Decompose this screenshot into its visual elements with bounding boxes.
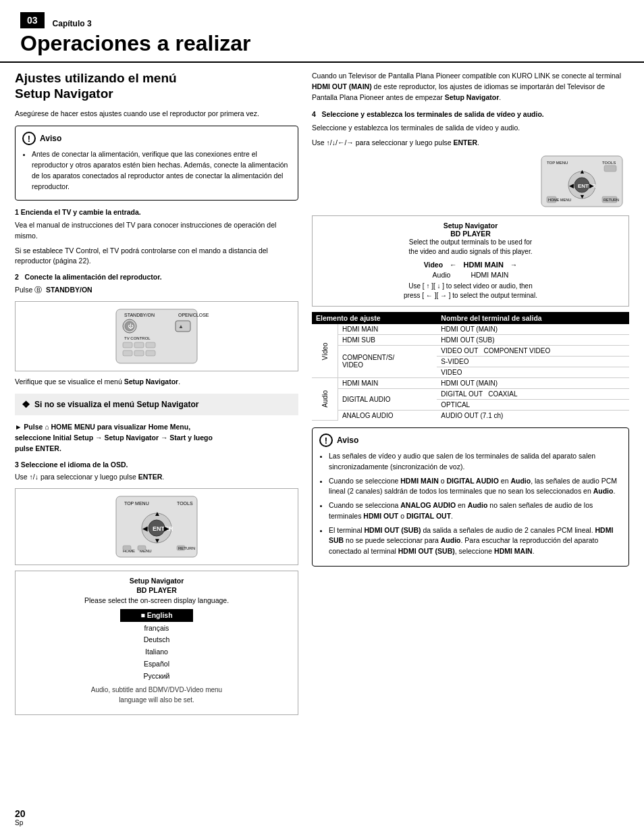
step1-heading: 1 Encienda el TV y cambie la entrada. [15, 207, 298, 218]
svg-rect-10 [134, 342, 144, 348]
remote-right-wrapper: TOP MENU TOOLS ENTER ▲ ▼ ◀ ▶ HOME MENU R… [312, 153, 629, 210]
svg-text:▶: ▶ [589, 182, 594, 189]
step4-use: Use ↑/↓/←/→ para seleccionar y luego pul… [312, 138, 629, 149]
svg-text:◀: ◀ [142, 525, 148, 532]
svg-rect-14 [146, 350, 155, 356]
output-table: Elemento de ajuste Nombre del terminal d… [312, 312, 629, 421]
aviso-left-list: Antes de conectar la alimentación, verif… [22, 149, 291, 192]
component-item: COMPONENT/S/VIDEO [338, 345, 437, 377]
coaxial-terminal: DIGITAL OUT COAXIAL [437, 388, 629, 399]
screen1-title: Setup Navigator [22, 577, 291, 585]
svg-rect-11 [146, 342, 155, 348]
special-section: ❖ Si no se visualiza el menú Setup Navig… [15, 394, 298, 415]
aviso-right-icon: ! [319, 434, 333, 447]
language-list: ■ English français Deutsch Italiano Espa… [22, 609, 291, 682]
svg-text:▲: ▲ [154, 510, 161, 517]
remote-drawing-2: TOP MENU TOOLS ENTER ▲ ▼ ◀ ▶ HOME MENU [20, 493, 294, 560]
screen2-box: Setup Navigator BD PLAYER Select the out… [312, 215, 629, 307]
step1-text: Vea el manual de instrucciones del TV pa… [15, 220, 298, 242]
page-footer: 20 Sp [15, 808, 26, 826]
svg-text:HOME MENU: HOME MENU [548, 198, 571, 202]
screen2-use-note: Use [ ↑ ][ ↓ ] to select video or audio,… [318, 282, 623, 300]
svg-rect-12 [123, 350, 132, 356]
svideo-terminal: S-VIDEO [437, 356, 629, 367]
screen2-audio-row: Audio HDMI MAIN [318, 271, 623, 279]
svg-rect-13 [134, 350, 144, 356]
remote-drawing: STANDBY/ON OPEN/CLOSE ⏻ ▲ TV CONTROL [20, 306, 294, 367]
svg-text:STANDBY/ON: STANDBY/ON [124, 313, 155, 317]
remote-svg-right: TOP MENU TOOLS ENTER ▲ ▼ ◀ ▶ HOME MENU R… [535, 153, 629, 210]
aviso-right-item-3: Cuando se selecciona ANALOG AUDIO en Aud… [329, 500, 622, 522]
video-terminal: VIDEO [437, 367, 629, 377]
chapter-header: 03 Capítulo 3 [0, 0, 644, 31]
chapter-label: Capítulo 3 [53, 19, 92, 28]
arrow-right-sym: → [510, 261, 518, 269]
aviso-right-box: ! Aviso Las señales de vídeo y audio que… [312, 427, 629, 567]
svg-text:OPEN/CLOSE: OPEN/CLOSE [178, 313, 209, 317]
table-row: HDMI SUB HDMI OUT (SUB) [312, 334, 629, 345]
table-row: DIGITAL AUDIO DIGITAL OUT COAXIAL [312, 388, 629, 399]
svg-text:⏻: ⏻ [128, 323, 134, 330]
step3-text: Use ↑/↓ para seleccionar y luego pulse E… [15, 472, 298, 483]
lang-english: ■ English [120, 609, 192, 622]
step4-heading: 4 Seleccione y establezca los terminales… [312, 109, 629, 120]
section-title: Ajustes utilizando el menúSetup Navigato… [15, 71, 298, 102]
table-col1-header: Elemento de ajuste [312, 312, 437, 324]
aviso-right-item-4: El terminal HDMI OUT (SUB) da salida a s… [329, 525, 622, 557]
aviso-left-title: ! Aviso [22, 132, 291, 145]
analog-audio-item: ANALOG AUDIO [338, 410, 437, 421]
screen1-content: Please select the on-screen display lang… [22, 596, 291, 705]
aviso-right-title: ! Aviso [319, 434, 622, 447]
table-row: Audio HDMI MAIN HDMI OUT (MAIN) [312, 377, 629, 388]
svg-text:TV CONTROL: TV CONTROL [124, 336, 151, 340]
audio-hdmi-main-item: HDMI MAIN [338, 377, 437, 388]
left-column: Ajustes utilizando el menúSetup Navigato… [15, 71, 298, 720]
special-section-title: ❖ Si no se visualiza el menú Setup Navig… [22, 399, 292, 410]
screen1-instruction: Please select the on-screen display lang… [22, 596, 291, 606]
remote-image-wrapper: STANDBY/ON OPEN/CLOSE ⏻ ▲ TV CONTROL [15, 301, 298, 371]
digital-audio-item: DIGITAL AUDIO [338, 388, 437, 410]
svg-rect-27 [123, 546, 131, 550]
remote-svg: STANDBY/ON OPEN/CLOSE ⏻ ▲ TV CONTROL [103, 306, 211, 367]
svg-text:▼: ▼ [579, 193, 585, 200]
page-wrapper: 03 Capítulo 3 Operaciones a realizar Aju… [0, 0, 644, 840]
svg-text:TOP MENU: TOP MENU [124, 501, 149, 506]
aviso-right-item-1: Las señales de vídeo y audio que salen d… [329, 451, 622, 473]
table-row: Vídeo HDMI MAIN HDMI OUT (MAIN) [312, 324, 629, 335]
lang-russian: Русский [144, 671, 170, 682]
two-col-layout: Ajustes utilizando el menúSetup Navigato… [0, 71, 644, 720]
right-intro: Cuando un Televisor de Pantalla Plana Pi… [312, 71, 629, 103]
audio-section-label: Audio [312, 377, 338, 421]
analog-audio-terminal: AUDIO OUT (7.1 ch) [437, 410, 629, 421]
svg-rect-34 [604, 165, 616, 172]
svg-text:TOOLS: TOOLS [602, 161, 616, 165]
svg-text:RETURN: RETURN [603, 198, 619, 202]
svg-text:TOOLS: TOOLS [177, 501, 193, 506]
screen1-subtitle: BD PLAYER [22, 586, 291, 594]
svg-text:◀: ◀ [569, 182, 574, 189]
intro-text: Asegúrese de hacer estos ajustes cuando … [15, 109, 298, 120]
svg-text:▶: ▶ [164, 525, 169, 532]
aviso-left-box: ! Aviso Antes de conectar la alimentació… [15, 126, 298, 201]
right-column: Cuando un Televisor de Pantalla Plana Pi… [312, 71, 629, 720]
screen2-subtitle: BD PLAYER [318, 230, 623, 238]
step3-heading: 3 Seleccione el idioma de la OSD. [15, 460, 298, 471]
lang-francais: français [144, 623, 169, 634]
hdmi-main-terminal: HDMI OUT (MAIN) [437, 324, 629, 335]
verify-text: Verifique que se visualice el menú Setup… [15, 377, 298, 388]
screen1-note: Audio, subtitle and BDMV/DVD-Video menul… [22, 685, 291, 705]
video-section-label: Vídeo [312, 324, 338, 378]
hdmi-sub-item: HDMI SUB [338, 334, 437, 345]
svg-text:▲: ▲ [178, 323, 184, 330]
screen1-box: Setup Navigator BD PLAYER Please select … [15, 571, 298, 715]
table-row: ANALOG AUDIO AUDIO OUT (7.1 ch) [312, 410, 629, 421]
hdmi-sub-terminal: HDMI OUT (SUB) [437, 334, 629, 345]
svg-rect-28 [138, 546, 146, 550]
lang-espanol: Español [144, 658, 169, 670]
screen2-title: Setup Navigator [318, 221, 623, 230]
aviso-left-icon: ! [22, 132, 36, 145]
optical-terminal: OPTICAL [437, 399, 629, 410]
step2-text: Pulse Ⓑ STANDBY/ON [15, 285, 298, 296]
svg-text:▲: ▲ [579, 168, 585, 175]
svg-text:ENTER: ENTER [153, 525, 173, 532]
